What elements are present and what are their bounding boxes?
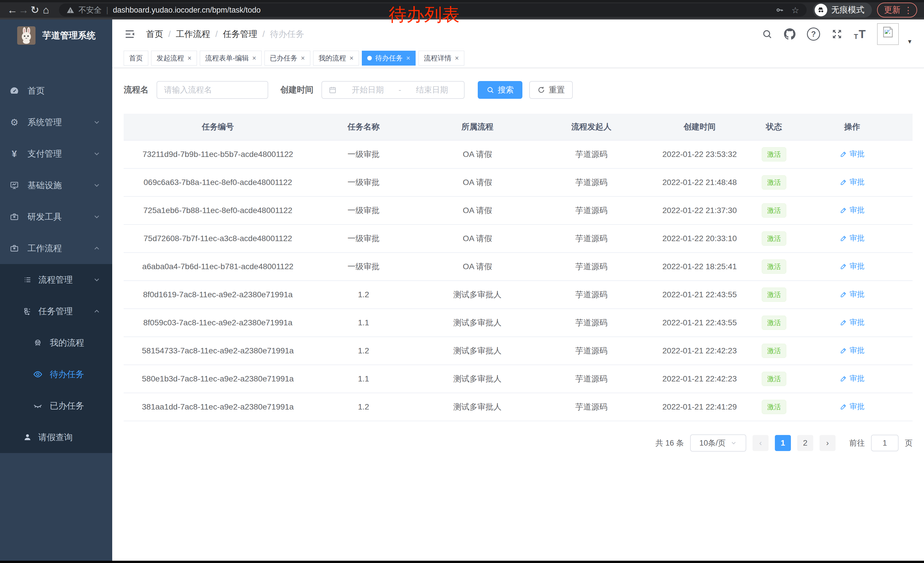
date-range-picker[interactable]: 开始日期 - 结束日期 [321, 81, 465, 99]
approve-link[interactable]: 审批 [840, 317, 864, 327]
sidebar-item-home[interactable]: 首页 [0, 75, 112, 107]
tab-process-detail[interactable]: 流程详情 × [418, 51, 464, 66]
page-button-1[interactable]: 1 [775, 435, 791, 451]
approve-label: 审批 [850, 317, 864, 327]
status-badge: 激活 [762, 344, 786, 358]
status-badge: 激活 [762, 260, 786, 274]
avatar-dropdown-caret-icon[interactable]: ▼ [907, 38, 912, 45]
sidebar-item-task-mgmt[interactable]: 任务管理 [0, 296, 112, 327]
bookmark-star-icon[interactable]: ☆ [792, 5, 799, 15]
approve-link[interactable]: 审批 [840, 177, 864, 187]
breadcrumb-home[interactable]: 首页 [146, 29, 163, 40]
prev-page-button[interactable]: ‹ [753, 435, 769, 451]
sidebar-item-payment[interactable]: ¥ 支付管理 [0, 138, 112, 170]
cell-action: 审批 [792, 374, 912, 384]
sidebar-collapse-icon[interactable] [124, 28, 136, 40]
cell-created: 2022-01-21 22:42:23 [643, 374, 756, 383]
sidebar-item-done-task[interactable]: 已办任务 [0, 390, 112, 422]
tab-todo-task[interactable]: 待办任务 × [362, 51, 416, 66]
approve-link[interactable]: 审批 [840, 289, 864, 299]
approve-link[interactable]: 审批 [840, 233, 864, 243]
cell-task-id: 73211d9d-7b9b-11ec-b5b7-acde48001122 [124, 150, 312, 159]
pen-icon [840, 319, 847, 326]
sidebar-item-label: 流程管理 [38, 274, 73, 286]
close-icon[interactable]: × [455, 55, 459, 62]
approve-link[interactable]: 审批 [840, 345, 864, 355]
tab-start-process[interactable]: 发起流程 × [151, 51, 197, 66]
cell-task-id: 58154733-7ac8-11ec-a9e2-a2380e71991a [124, 346, 312, 355]
logo[interactable]: 芋道管理系统 [0, 20, 112, 45]
close-icon[interactable]: × [252, 55, 256, 62]
cell-process: OA 请假 [415, 205, 540, 216]
next-page-button[interactable]: › [819, 435, 836, 451]
approve-label: 审批 [850, 177, 864, 187]
annotation-text: 待办列表 [389, 4, 460, 25]
approve-label: 审批 [850, 374, 864, 383]
reload-icon[interactable]: ↻ [29, 3, 40, 17]
close-icon[interactable]: × [350, 55, 354, 62]
sidebar-item-todo-task[interactable]: 待办任务 [0, 359, 112, 390]
cell-task-id: 580e1b3d-7ac8-11ec-a9e2-a2380e71991a [124, 374, 312, 383]
font-size-large-glyph: T [859, 28, 866, 41]
close-icon[interactable]: × [301, 55, 305, 62]
cell-status: 激活 [756, 147, 792, 162]
refresh-icon [537, 86, 545, 94]
sidebar-item-process-mgmt[interactable]: 流程管理 [0, 264, 112, 296]
help-icon[interactable]: ? [807, 27, 820, 41]
search-button[interactable]: 搜索 [478, 81, 522, 99]
breadcrumb-task-mgmt[interactable]: 任务管理 [223, 29, 257, 40]
tab-home[interactable]: 首页 [124, 51, 148, 66]
cell-created: 2022-01-21 22:43:55 [643, 290, 756, 299]
update-button[interactable]: 更新 ⋮ [877, 3, 917, 18]
cell-status: 激活 [756, 175, 792, 189]
cell-starter: 芋道源码 [540, 317, 643, 328]
goto-page-input[interactable] [871, 435, 898, 451]
navbar-actions: ? T T ▼ [762, 23, 912, 45]
approve-link[interactable]: 审批 [840, 261, 864, 271]
approve-link[interactable]: 审批 [840, 401, 864, 411]
close-icon[interactable]: × [406, 55, 410, 62]
table-row: 725a1eb6-7b88-11ec-8ef0-acde48001122 一级审… [124, 197, 912, 225]
forward-icon[interactable]: → [18, 3, 29, 17]
search-icon[interactable] [762, 29, 772, 39]
page-button-2[interactable]: 2 [797, 435, 813, 451]
col-process: 所属流程 [415, 122, 540, 132]
approve-link[interactable]: 审批 [840, 374, 864, 383]
avatar[interactable] [877, 23, 899, 45]
process-name-input[interactable] [157, 81, 268, 99]
sidebar-item-infra[interactable]: 基础设施 [0, 170, 112, 201]
task-table: 任务编号 任务名称 所属流程 流程发起人 创建时间 状态 操作 73211d9d… [124, 114, 912, 421]
col-starter: 流程发起人 [540, 122, 643, 132]
tab-process-form-edit[interactable]: 流程表单-编辑 × [200, 51, 262, 66]
cell-status: 激活 [756, 315, 792, 330]
home-icon[interactable]: ⌂ [40, 3, 51, 17]
approve-link[interactable]: 审批 [840, 149, 864, 159]
github-icon[interactable] [784, 29, 795, 40]
gear-icon: ⚙ [9, 118, 20, 127]
process-name-label: 流程名 [124, 84, 148, 96]
approve-link[interactable]: 审批 [840, 205, 864, 215]
eye-icon [32, 369, 44, 379]
back-icon[interactable]: ← [7, 3, 18, 17]
breadcrumb-workflow[interactable]: 工作流程 [176, 29, 210, 40]
workflow-submenu: 流程管理 任务管理 我的流程 [0, 264, 112, 453]
tab-my-process[interactable]: 我的流程 × [313, 51, 359, 66]
sidebar-item-workflow[interactable]: 工作流程 [0, 233, 112, 264]
cell-process: 测试多审批人 [415, 401, 540, 412]
breadcrumb-current: 待办任务 [270, 29, 304, 40]
page-size-select[interactable]: 10条/页 [690, 434, 746, 452]
address-separator: | [106, 6, 108, 15]
fullscreen-icon[interactable] [831, 29, 842, 39]
col-created: 创建时间 [643, 122, 756, 132]
tab-done-task[interactable]: 已办任务 × [264, 51, 310, 66]
close-icon[interactable]: × [188, 55, 192, 62]
browser-menu-icon[interactable]: ⋮ [904, 5, 912, 15]
font-size-icon[interactable]: T T [854, 28, 866, 41]
sidebar-item-my-process[interactable]: 我的流程 [0, 327, 112, 359]
approve-label: 审批 [850, 401, 864, 411]
sidebar-item-leave-query[interactable]: 请假查询 [0, 422, 112, 453]
key-icon[interactable] [776, 6, 784, 14]
reset-button[interactable]: 重置 [529, 81, 573, 99]
sidebar-item-system[interactable]: ⚙ 系统管理 [0, 107, 112, 138]
sidebar-item-devtools[interactable]: 研发工具 [0, 201, 112, 233]
